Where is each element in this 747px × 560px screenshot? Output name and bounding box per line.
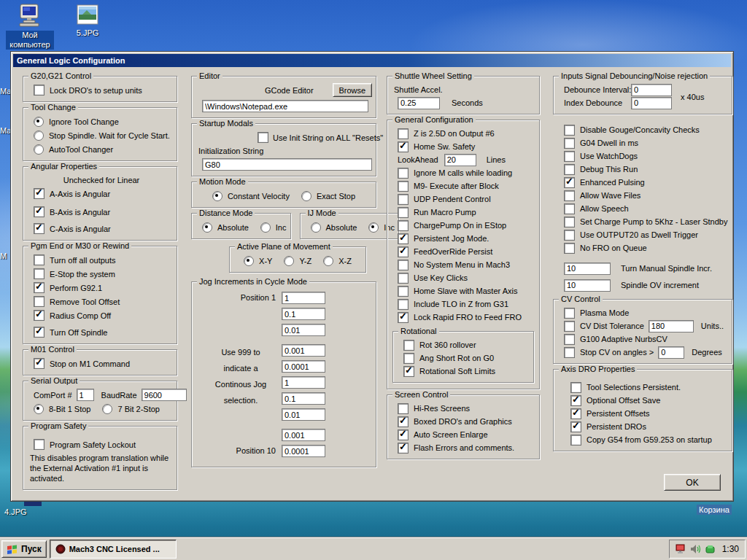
label-z-is-2-5d-on-output-6[interactable]: Z is 2.5D on Output #6: [414, 129, 495, 138]
checkbox-z-is-2-5d-on-output-6[interactable]: [398, 128, 409, 139]
radio-label-7-bit-2-stop[interactable]: 7 Bit 2-Stop: [117, 405, 159, 413]
input-jog-position-6[interactable]: [282, 376, 325, 389]
label-a-axis-is-angular[interactable]: A-Axis is Angular: [50, 190, 110, 198]
checkbox-tool-selections-persistent[interactable]: [570, 382, 581, 393]
label-optional-offset-save[interactable]: Optional Offset Save: [587, 396, 660, 405]
checkbox-stop-cv-on-angles-check[interactable]: [564, 347, 575, 358]
checkbox-allow-speech[interactable]: [564, 203, 575, 214]
label-perform-g92-1[interactable]: Perform G92.1: [50, 284, 102, 292]
label-tool-selections-persistent[interactable]: Tool Selections Persistent.: [587, 383, 681, 392]
radio-label-absolute[interactable]: Absolute: [326, 223, 357, 232]
input-jog-position-8[interactable]: [282, 408, 325, 421]
checkbox-home-slave-with-master-axis[interactable]: [398, 286, 409, 297]
label-g04-dwell-in-ms[interactable]: G04 Dwell in ms: [580, 139, 638, 147]
label-allow-speech[interactable]: Allow Speech: [580, 204, 629, 213]
input-jog-position-7[interactable]: [282, 392, 325, 405]
label-enhanced-pulsing[interactable]: Enhanced Pulsing: [580, 178, 645, 187]
checkbox-disable-gouge-concavity-checks[interactable]: [564, 125, 575, 136]
checkbox-allow-wave-files[interactable]: [564, 190, 575, 201]
label-set-charge-pump-to-5khz-laser-stndby[interactable]: Set Charge Pump to 5Khz - Laser Stndby: [580, 217, 727, 226]
checkbox-persistent-jog-mode[interactable]: [398, 233, 409, 244]
label-use-output20-as-dwell-trigger[interactable]: Use OUTPUT20 as Dwell Trigger: [580, 230, 698, 239]
radio-x-z[interactable]: [323, 256, 333, 266]
radio-y-z[interactable]: [284, 256, 294, 266]
network-status-icon[interactable]: [676, 544, 686, 554]
input-debounce-interval[interactable]: [631, 84, 672, 96]
taskbar-clock[interactable]: 1:30: [722, 544, 739, 554]
checkbox-udp-pendent-control[interactable]: [398, 194, 409, 205]
dialog-title-bar[interactable]: General Logic Configuration: [13, 54, 731, 67]
radio-option-7-bit-2-stop[interactable]: 7 Bit 2-Stop: [102, 404, 159, 414]
radio-8-bit-1-stop[interactable]: [34, 404, 44, 414]
label-persistent-offsets[interactable]: Persistent Offsets: [587, 409, 650, 418]
checkbox-rotational-soft-limits[interactable]: [403, 366, 414, 377]
checkbox-lock-rapid-fro-to-feed-fro[interactable]: [398, 312, 409, 323]
label-stop-on-m1-command[interactable]: Stop on M1 Command: [50, 359, 130, 368]
checkbox-e-stop-the-system[interactable]: [34, 268, 44, 279]
input-jog-position-3[interactable]: [282, 324, 325, 336]
desktop-icon-4jpg-label[interactable]: 4.JPG: [4, 508, 27, 517]
radio-label-8-bit-1-stop[interactable]: 8-Bit 1 Stop: [49, 405, 90, 413]
label-hi-res-screens[interactable]: Hi-Res Screens: [414, 404, 470, 413]
checkbox-ignore-m-calls-while-loading[interactable]: [398, 168, 409, 179]
checkbox-auto-screen-enlarge[interactable]: [398, 429, 409, 440]
checkbox-hi-res-screens[interactable]: [398, 403, 409, 414]
label-turn-off-spindle[interactable]: Turn Off Spindle: [50, 328, 108, 337]
label-allow-wave-files[interactable]: Allow Wave Files: [580, 191, 640, 200]
input-index-debounce[interactable]: [631, 97, 672, 109]
checkbox-perform-g92-1[interactable]: [34, 282, 44, 293]
checkbox-home-sw-safety[interactable]: [398, 141, 409, 152]
checkbox-m9-execute-after-block[interactable]: [398, 181, 409, 192]
label-rot-360-rollover[interactable]: Rot 360 rollover: [419, 341, 476, 349]
desktop-icon-5jpg[interactable]: 5.JPG: [69, 4, 107, 38]
radio-label-inc[interactable]: Inc: [276, 223, 287, 232]
radio-option-8-bit-1-stop[interactable]: 8-Bit 1 Stop: [34, 404, 90, 414]
checkbox-chargepump-on-in-estop[interactable]: [398, 220, 409, 231]
checkbox-boxed-dro-s-and-graphics[interactable]: [398, 416, 409, 427]
label-ignore-m-calls-while-loading[interactable]: Ignore M calls while loading: [414, 168, 512, 177]
input-baudrate[interactable]: [142, 389, 187, 401]
label-stop-spindle-wait-for-cycle-start[interactable]: Stop Spindle. Wait for Cycle Start.: [49, 131, 170, 140]
radio-label-constant-velocity[interactable]: Constant Velocity: [228, 192, 290, 201]
label-persistent-dros[interactable]: Persistent DROs: [587, 422, 646, 431]
radio-option-inc[interactable]: Inc: [260, 222, 287, 233]
label-feedoverride-persist[interactable]: FeedOverRide Persist: [414, 247, 492, 256]
radio-stop-spindle-wait-for-cycle-start[interactable]: [34, 131, 44, 141]
radio-x-y[interactable]: [244, 256, 254, 266]
label-autotool-changer[interactable]: AutoTool Changer: [49, 145, 113, 154]
label-use-watchdogs[interactable]: Use WatchDogs: [580, 152, 638, 160]
desktop-icon-my-computer[interactable]: Мой компьютер: [6, 4, 54, 50]
radio-option-exact-stop[interactable]: Exact Stop: [301, 191, 355, 201]
radio-inc[interactable]: [368, 222, 379, 233]
partial-icon-label[interactable]: Ma: [0, 87, 10, 96]
label-home-slave-with-master-axis[interactable]: Home Slave with Master Axis: [414, 287, 517, 295]
browse-button[interactable]: Browse: [333, 83, 372, 97]
checkbox-g04-dwell-in-ms[interactable]: [564, 138, 575, 149]
radio-label-exact-stop[interactable]: Exact Stop: [317, 192, 355, 201]
input-stop-cv-angle[interactable]: [658, 346, 684, 359]
label-udp-pendent-control[interactable]: UDP Pendent Control: [414, 195, 491, 203]
input-cv-dist-tolerance[interactable]: [649, 320, 694, 332]
input-spindle-ov-increment[interactable]: [564, 279, 611, 292]
label-rotational-soft-limits[interactable]: Rotational Soft Limits: [419, 367, 495, 376]
label-chargepump-on-in-estop[interactable]: ChargePump On in EStop: [414, 221, 506, 230]
checkbox-feedoverride-persist[interactable]: [398, 246, 409, 257]
radio-label-y-z[interactable]: Y-Z: [299, 257, 311, 265]
label-run-macro-pump[interactable]: Run Macro Pump: [414, 208, 476, 217]
radio-option-y-z[interactable]: Y-Z: [284, 256, 311, 266]
input-comport[interactable]: [77, 389, 94, 401]
label-ignore-tool-change[interactable]: Ignore Tool Change: [49, 117, 119, 126]
checkbox-copy-g54-from-g59-253-on-startup[interactable]: [570, 435, 581, 446]
label-m9-execute-after-block[interactable]: M9- Execute after Block: [414, 182, 499, 190]
label-include-tlo-in-z-from-g31[interactable]: Include TLO in Z from G31: [414, 300, 508, 308]
checkbox-cv-dist-tolerance-check[interactable]: [564, 321, 575, 332]
checkbox-b-axis-is-angular[interactable]: [34, 206, 44, 217]
taskbar-item-mach3[interactable]: Mach3 CNC Licensed ...: [50, 540, 177, 559]
label-no-fro-on-queue[interactable]: No FRO on Queue: [580, 244, 647, 252]
checkbox-include-tlo-in-z-from-g31[interactable]: [398, 299, 409, 310]
checkbox-set-charge-pump-to-5khz-laser-stndby[interactable]: [564, 217, 575, 228]
label-remove-tool-offset[interactable]: Remove Tool Offset: [50, 298, 120, 306]
checkbox-rot-360-rollover[interactable]: [403, 340, 414, 351]
label-c-axis-is-angular[interactable]: C-Axis is Angular: [50, 225, 111, 233]
label-turn-off-all-outputs[interactable]: Turn off all outputs: [50, 256, 116, 265]
